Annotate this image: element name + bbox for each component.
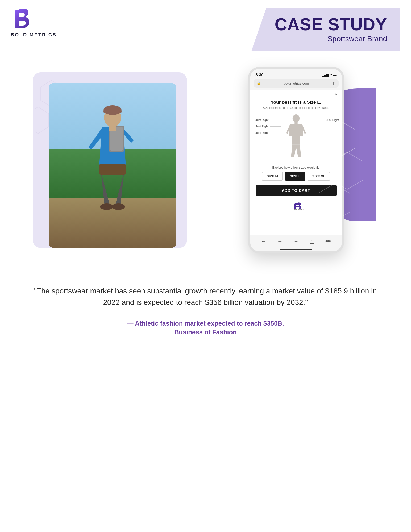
menu-nav-icon[interactable]: ••• [325, 238, 331, 244]
quote-source: — Athletic fashion market expected to re… [32, 319, 379, 337]
logo-area: BOLD METRICS [11, 8, 57, 38]
fit-label-chest-text: Just Right [256, 118, 269, 122]
svg-point-8 [100, 203, 113, 210]
fit-labels-left: Just Right Just Right Just Right [256, 118, 281, 134]
fit-line-waist [270, 126, 281, 127]
size-m-button[interactable]: SIZE M [262, 172, 283, 181]
quote-text: "The sportswear market has seen substant… [32, 285, 379, 308]
svg-rect-10 [99, 164, 126, 175]
signal-icon: ▂▄▆ [322, 73, 329, 77]
svg-text:BOLD METRICS: BOLD METRICS [294, 209, 304, 210]
close-row: × [250, 90, 342, 99]
fit-line-hip [270, 133, 281, 133]
brand-name: Sportswear Brand [273, 35, 387, 43]
lock-icon: 🔒 [257, 81, 261, 85]
forward-nav-icon[interactable]: → [277, 238, 283, 244]
back-icon[interactable]: ‹ [287, 205, 288, 208]
hiker-photo [49, 83, 176, 248]
size-l-button[interactable]: SIZE L [285, 172, 305, 181]
fit-label-waist: Just Right [256, 125, 281, 128]
case-study-badge: CASE STUDY Sportswear Brand [251, 8, 400, 51]
quote-section: "The sportswear market has seen substant… [0, 269, 411, 347]
back-nav-icon[interactable]: ← [261, 238, 266, 244]
phone-status-bar: 3:30 ▂▄▆ ▾ ▬ [250, 69, 342, 79]
phone-time: 3:30 [256, 72, 264, 77]
tabs-nav-icon[interactable]: 1 [310, 239, 314, 244]
fit-line-chest [270, 120, 281, 120]
battery-icon: ▬ [333, 73, 337, 77]
logo-text: BOLD METRICS [11, 32, 57, 38]
svg-rect-5 [103, 110, 122, 113]
phone-home-indicator [280, 249, 312, 250]
body-model-svg [283, 114, 309, 160]
bold-metrics-logo-icon [11, 8, 32, 31]
share-icon: ⬆ [332, 81, 335, 85]
url-text: boldmetrics.com [284, 81, 309, 85]
fit-label-chest: Just Right [256, 118, 281, 122]
plus-nav-icon[interactable]: ＋ [293, 238, 299, 245]
phone-brand-logo: BOLD METRICS [289, 202, 305, 210]
svg-point-9 [112, 203, 125, 210]
best-fit-subtitle: Size recommended based on intended fit b… [256, 106, 337, 109]
fit-label-waist-text: Just Right [256, 125, 269, 128]
hex-outlines-purple [318, 115, 374, 216]
svg-rect-11 [109, 126, 116, 131]
visual-section: 3:30 ▂▄▆ ▾ ▬ 🔒 boldmetrics.com ⬆ × [0, 56, 411, 269]
svg-marker-2 [35, 107, 49, 134]
svg-rect-16 [294, 122, 297, 124]
best-fit-heading: Your best fit is a Size L. Size recommen… [250, 99, 342, 110]
phone-url-bar[interactable]: 🔒 boldmetrics.com ⬆ [254, 79, 339, 88]
header: BOLD METRICS CASE STUDY Sportswear Brand [0, 0, 411, 56]
best-fit-title: Your best fit is a Size L. [256, 99, 337, 105]
svg-point-15 [292, 114, 299, 122]
svg-marker-14 [318, 184, 350, 216]
phone-status-icons: ▂▄▆ ▾ ▬ [322, 73, 337, 77]
quote-source-text: — Athletic fashion market expected to re… [127, 320, 284, 336]
fit-label-hip: Just Right [256, 131, 281, 134]
svg-marker-12 [323, 120, 355, 157]
visual-container: 3:30 ▂▄▆ ▾ ▬ 🔒 boldmetrics.com ⬆ × [33, 67, 379, 259]
svg-marker-13 [331, 152, 363, 189]
close-button[interactable]: × [335, 92, 338, 97]
fit-label-hip-text: Just Right [256, 131, 269, 134]
phone-nav-bar: ← → ＋ 1 ••• [250, 235, 342, 247]
case-study-title: CASE STUDY [273, 16, 387, 33]
hiker-figure-svg [67, 94, 158, 248]
wifi-icon: ▾ [330, 73, 332, 77]
